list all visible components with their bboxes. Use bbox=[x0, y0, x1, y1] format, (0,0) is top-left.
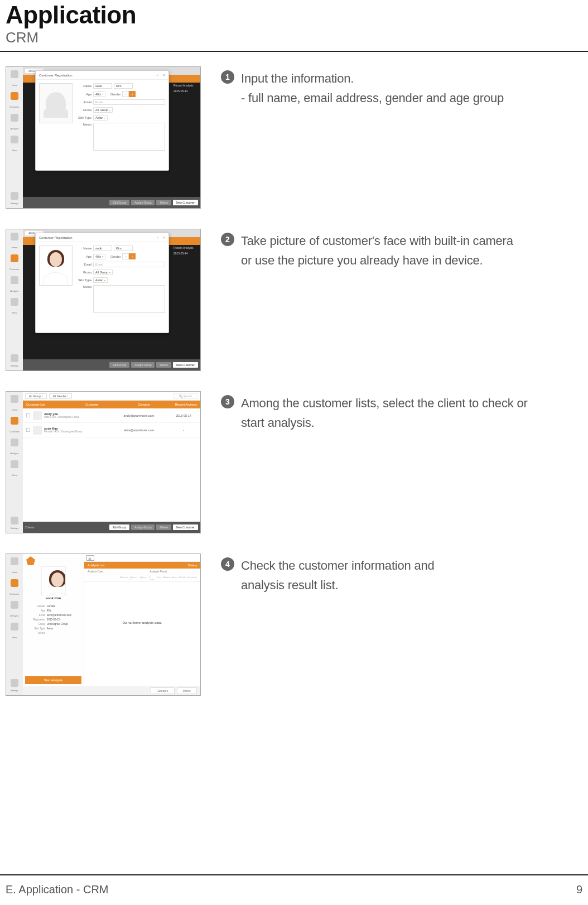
home-icon[interactable] bbox=[11, 233, 18, 240]
label-gender: Gender bbox=[110, 93, 121, 96]
col-recent[interactable]: Recent Analysis bbox=[163, 403, 197, 406]
settings-icon[interactable] bbox=[11, 192, 18, 200]
select-group[interactable]: All Group bbox=[93, 107, 113, 113]
input-first-name[interactable]: sook bbox=[93, 83, 112, 89]
view-icon[interactable] bbox=[11, 136, 18, 143]
col-analysis-date: Analysis Date bbox=[88, 570, 115, 573]
screenshot-4: Home Customer Analysis View Settings soo… bbox=[6, 553, 201, 696]
customer-icon[interactable] bbox=[11, 92, 18, 100]
header-divider bbox=[0, 51, 588, 52]
label-name: Name bbox=[76, 84, 91, 88]
app-sidebar: Home Customer Analysis View Settings bbox=[6, 229, 23, 370]
label-memo: Memo bbox=[76, 123, 91, 126]
dialog-title: Customer Registration bbox=[39, 74, 73, 77]
gender-male-button[interactable]: ♂ bbox=[122, 91, 129, 97]
checkbox[interactable] bbox=[26, 428, 30, 432]
close-icon[interactable]: ✕ bbox=[162, 235, 165, 239]
delete-button[interactable]: Delete bbox=[156, 362, 171, 368]
input-first-name[interactable]: sook bbox=[93, 245, 112, 251]
new-customer-button[interactable]: New Customer bbox=[173, 524, 198, 530]
gender-female-button[interactable]: ♀ bbox=[129, 91, 136, 97]
list-header-row: Customer List Customer Contacts Recent A… bbox=[23, 401, 200, 408]
home-icon[interactable] bbox=[11, 70, 18, 78]
delete-button[interactable]: Delete bbox=[156, 200, 171, 205]
filter-group[interactable]: All Group bbox=[25, 393, 47, 399]
edit-group-button[interactable]: Edit Group bbox=[109, 200, 129, 205]
analysis-icon[interactable] bbox=[11, 439, 18, 446]
customer-photo bbox=[41, 566, 66, 595]
col-contacts[interactable]: Contacts bbox=[124, 403, 163, 406]
input-last-name[interactable]: Kim bbox=[114, 245, 133, 251]
assign-group-button[interactable]: Assign Group bbox=[131, 362, 155, 368]
select-age[interactable]: 40's bbox=[93, 254, 105, 259]
analysis-icon[interactable] bbox=[11, 114, 18, 122]
list-item[interactable]: sook KimFemale / 40's / Unassigned Group… bbox=[23, 423, 200, 437]
analysis-icon[interactable] bbox=[11, 601, 18, 609]
settings-icon[interactable] bbox=[11, 354, 18, 362]
view-icon[interactable] bbox=[11, 460, 18, 468]
customer-icon[interactable] bbox=[11, 417, 18, 425]
list-item[interactable]: Andy youMale / 30's / Unassigned Group a… bbox=[23, 408, 200, 423]
col-analysis-result: Analysis Result bbox=[120, 570, 197, 573]
gender-male-button[interactable]: ♂ bbox=[122, 253, 129, 259]
settings-icon[interactable] bbox=[11, 517, 18, 524]
settings-icon[interactable] bbox=[11, 679, 18, 687]
photo-slot[interactable] bbox=[39, 83, 73, 123]
input-last-name[interactable]: Kim bbox=[114, 83, 133, 89]
compare-button[interactable]: Compare bbox=[151, 687, 175, 694]
image-tab-icon[interactable] bbox=[86, 555, 94, 561]
customer-info-panel: sook Kim GenderFemale Age40's Emailskim@… bbox=[23, 554, 84, 686]
analysis-icon[interactable] bbox=[11, 276, 18, 284]
step-badge-4: 4 bbox=[221, 557, 234, 571]
photo-slot[interactable] bbox=[39, 245, 73, 286]
page-title: Application bbox=[0, 0, 588, 29]
input-email[interactable]: Email bbox=[93, 262, 165, 267]
select-skin-type[interactable]: Asian bbox=[93, 115, 108, 121]
select-age[interactable]: 40's bbox=[93, 92, 105, 97]
start-analysis-button[interactable]: Start Analysis bbox=[25, 676, 81, 684]
step-2-text: Take picture of customer's face with bui… bbox=[241, 231, 513, 270]
input-email[interactable]: Email bbox=[93, 99, 165, 105]
col-customer[interactable]: Customer bbox=[60, 403, 124, 406]
home-icon[interactable] bbox=[11, 557, 18, 565]
filter-gender[interactable]: All Gender bbox=[49, 393, 73, 399]
select-skin-type[interactable]: Asian bbox=[93, 277, 108, 283]
gender-female-button[interactable]: ♀ bbox=[129, 253, 136, 259]
search-input[interactable]: 🔍 Search bbox=[173, 393, 198, 399]
delete-button[interactable]: Delete bbox=[156, 524, 171, 530]
view-icon[interactable] bbox=[11, 298, 18, 306]
app-sidebar: Home Customer Analysis View Settings bbox=[6, 554, 23, 695]
step-1-text: Input the information. - full name, emai… bbox=[241, 69, 504, 108]
sort-date[interactable]: Date ▴ bbox=[188, 564, 197, 567]
screenshot-2: Home Customer Analysis View Settings All… bbox=[6, 229, 201, 371]
home-icon[interactable] bbox=[11, 395, 18, 403]
new-customer-button[interactable]: New Customer bbox=[173, 200, 198, 205]
app-sidebar: Home Customer Analysis View Settings bbox=[6, 67, 23, 208]
checkbox[interactable] bbox=[26, 413, 30, 417]
delete-button[interactable]: Delete bbox=[177, 687, 197, 694]
confirm-icon[interactable]: ✓ bbox=[156, 73, 159, 77]
avatar bbox=[33, 426, 42, 435]
customer-icon[interactable] bbox=[11, 579, 18, 587]
close-icon[interactable]: ✕ bbox=[162, 73, 165, 77]
step-3: Home Customer Analysis View Settings All… bbox=[6, 391, 582, 533]
assign-group-button[interactable]: Assign Group bbox=[131, 524, 155, 530]
assign-group-button[interactable]: Assign Group bbox=[131, 200, 155, 205]
edit-group-button[interactable]: Edit Group bbox=[109, 362, 129, 368]
input-memo[interactable] bbox=[93, 123, 165, 151]
customer-icon[interactable] bbox=[11, 254, 18, 262]
view-tabs bbox=[84, 554, 200, 562]
step-badge-3: 3 bbox=[221, 395, 234, 408]
step-2: Home Customer Analysis View Settings All… bbox=[6, 229, 582, 371]
select-group[interactable]: All Group bbox=[93, 269, 113, 275]
input-memo[interactable] bbox=[93, 285, 165, 313]
gender-toggle: ♂ ♀ bbox=[122, 91, 136, 97]
new-customer-button[interactable]: New Customer bbox=[173, 362, 198, 368]
confirm-icon[interactable]: ✓ bbox=[156, 235, 159, 239]
customer-list: Andy youMale / 30's / Unassigned Group a… bbox=[23, 408, 200, 522]
page-footer: E. Application - CRM 9 bbox=[0, 874, 588, 896]
edit-group-button[interactable]: Edit Group bbox=[109, 524, 129, 530]
view-icon[interactable] bbox=[11, 623, 18, 630]
screenshot-3: Home Customer Analysis View Settings All… bbox=[6, 391, 201, 533]
analysis-list-title: Analysis List bbox=[88, 564, 105, 567]
